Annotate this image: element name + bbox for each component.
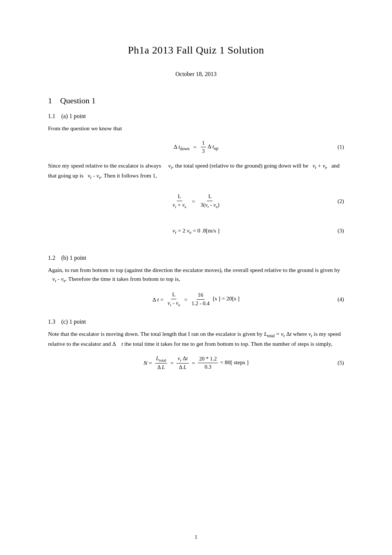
equations-2-3: L vr + ve = L 3(vr - ve) (2) vr = 2 ve xyxy=(48,186,344,244)
paragraph-1-1-2: Since my speed relative to the escalator… xyxy=(48,161,344,181)
eq5-number: (5) xyxy=(338,360,344,366)
equation-3: vr = 2 ve = 0 .8[m/s ] (3) xyxy=(48,225,344,237)
section-1-number: 1 Question 1 xyxy=(48,96,96,105)
subsection-1-2-heading: 1.2 (b) 1 point xyxy=(48,255,344,261)
eq4-number: (4) xyxy=(338,296,344,303)
document-page: Ph1a 2013 Fall Quiz 1 Solution October 1… xyxy=(0,0,392,555)
eq1-rhs: 1 3 Δ tup xyxy=(200,139,218,155)
subsection-1-3-heading: 1.3 (c) 1 point xyxy=(48,318,344,325)
paragraph-1-3-1: Note that the escalator is moving down. … xyxy=(48,330,344,348)
equation-2: L vr + ve = L 3(vr - ve) (2) xyxy=(48,193,344,209)
eq2-number: (2) xyxy=(338,198,344,204)
page-number: 1 xyxy=(48,534,344,540)
eq1-number: (1) xyxy=(338,144,344,150)
document-date: October 18, 2013 xyxy=(48,71,344,77)
equation-1: Δ tdown = 1 3 Δ tup (1) xyxy=(48,139,344,155)
paragraph-1-1-1: From the question we know that xyxy=(48,124,344,133)
subsection-1-1-heading: 1.1 (a) 1 point xyxy=(48,113,344,120)
eq3-number: (3) xyxy=(338,228,344,234)
equation-5: N = Ltotal Δ L = vr Δt Δ L = 20 * 1.2 0.… xyxy=(48,355,344,371)
paragraph-1-2-1: Again, to run from bottom to top (agains… xyxy=(48,266,344,285)
section-1-heading: 1 Question 1 xyxy=(48,96,344,106)
eq1-lhs: Δ tdown xyxy=(174,141,190,153)
equation-4: Δ t = L vr - ve = 16 1.2 - 0.4 [s ] = 20… xyxy=(48,291,344,307)
page-title: Ph1a 2013 Fall Quiz 1 Solution xyxy=(48,44,344,56)
